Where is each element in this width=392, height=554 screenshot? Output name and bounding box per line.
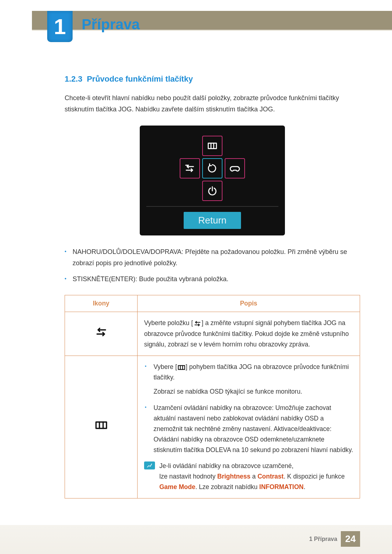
source-icon (65, 312, 138, 356)
table-header-icons: Ikony (65, 295, 138, 312)
section-title: Průvodce funkčními tlačítky (87, 74, 193, 83)
menu-icon-inline (177, 362, 186, 372)
intro-paragraph: Chcete-li otevřít hlavní nabídku nebo po… (65, 93, 360, 115)
page-number: 24 (341, 531, 360, 547)
svg-rect-13 (178, 366, 185, 370)
dpad-center-return-icon (202, 158, 222, 178)
page-footer: 1 Příprava 24 (309, 531, 360, 547)
note-icon (144, 461, 155, 469)
keyword-information: INFORMATION (259, 483, 303, 491)
svg-rect-0 (208, 143, 217, 149)
note-block: Je-li ovládání nabídky na obrazovce uzam… (144, 461, 353, 492)
table-header-desc: Popis (138, 295, 360, 312)
keyword-contrast: Contrast (257, 473, 283, 480)
dpad-left-source-icon (180, 158, 200, 178)
dpad-right-game-icon (225, 158, 245, 178)
menu-desc-item: Uzamčení ovládání nabídky na obrazovce: … (154, 403, 353, 455)
menu-icon (65, 356, 138, 498)
instruction-item: NAHORU/DOLŮ/DOLEVA/DOPRAVA: Přejděte na … (73, 246, 360, 268)
osd-return-label: Return (184, 212, 241, 229)
menu-desc: Vybere [] pohybem tlačítka JOG na obrazo… (138, 356, 360, 498)
svg-rect-10 (96, 422, 106, 428)
note-line: Je-li ovládání nabídky na obrazovce uzam… (159, 462, 294, 469)
osd-panel: Return (140, 126, 285, 235)
dpad-down-power-icon (202, 181, 222, 201)
icons-table: Ikony Popis Vyberte položku [] a změňte … (65, 295, 360, 498)
keyword-brightness: Brightness (217, 473, 250, 480)
osd-figure: Return (65, 126, 360, 235)
table-row: Vybere [] pohybem tlačítka JOG na obrazo… (65, 356, 360, 498)
dpad-up-menu-icon (202, 136, 222, 156)
menu-desc-item: Vybere [] pohybem tlačítka JOG na obrazo… (154, 362, 353, 397)
chapter-number: 1 (54, 14, 66, 39)
source-desc: Vyberte položku [] a změňte vstupní sign… (138, 312, 360, 356)
osd-divider (146, 206, 278, 207)
instruction-item: STISKNĚTE(ENTER): Bude použita vybraná p… (73, 274, 360, 285)
page-content: 1.2.3 Průvodce funkčními tlačítky Chcete… (65, 74, 360, 498)
chapter-number-tab: 1 (47, 11, 73, 42)
section-heading: 1.2.3 Průvodce funkčními tlačítky (65, 74, 360, 84)
section-number: 1.2.3 (65, 74, 82, 83)
dpad (150, 136, 275, 201)
chapter-title: Příprava (82, 16, 140, 33)
footer-chapter-label: 1 Příprava (309, 536, 337, 542)
instruction-list: NAHORU/DOLŮ/DOLEVA/DOPRAVA: Přejděte na … (65, 246, 360, 285)
source-icon-inline (193, 318, 202, 329)
keyword-gamemode: Game Mode (159, 483, 195, 491)
table-row: Vyberte položku [] a změňte vstupní sign… (65, 312, 360, 356)
